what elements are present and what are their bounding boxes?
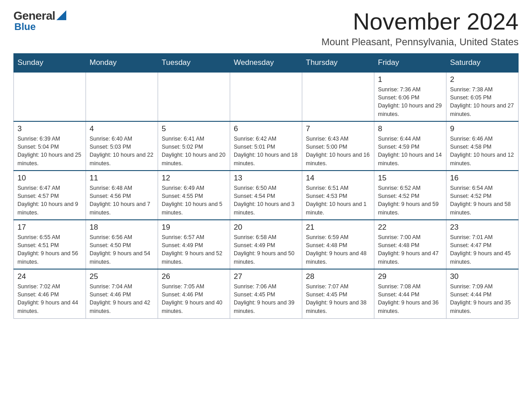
column-header-friday: Friday xyxy=(374,54,446,73)
calendar-cell: 2Sunrise: 7:38 AMSunset: 6:05 PMDaylight… xyxy=(446,72,519,121)
calendar-cell: 4Sunrise: 6:40 AMSunset: 5:03 PMDaylight… xyxy=(86,121,158,171)
calendar-cell: 23Sunrise: 7:01 AMSunset: 4:47 PMDayligh… xyxy=(446,220,519,269)
day-number: 13 xyxy=(234,174,298,183)
calendar-cell: 12Sunrise: 6:49 AMSunset: 4:55 PMDayligh… xyxy=(158,171,230,220)
calendar-week-row: 24Sunrise: 7:02 AMSunset: 4:46 PMDayligh… xyxy=(14,269,519,318)
day-number: 19 xyxy=(162,223,226,232)
calendar-cell: 14Sunrise: 6:51 AMSunset: 4:53 PMDayligh… xyxy=(302,171,374,220)
day-number: 6 xyxy=(234,124,298,133)
day-info: Sunrise: 7:09 AMSunset: 4:44 PMDaylight:… xyxy=(450,283,515,315)
day-info: Sunrise: 7:01 AMSunset: 4:47 PMDaylight:… xyxy=(450,233,515,266)
day-number: 28 xyxy=(306,272,370,281)
calendar-cell: 13Sunrise: 6:50 AMSunset: 4:54 PMDayligh… xyxy=(230,171,302,220)
column-header-wednesday: Wednesday xyxy=(230,54,302,73)
day-info: Sunrise: 6:42 AMSunset: 5:01 PMDaylight:… xyxy=(234,135,298,167)
calendar-cell: 27Sunrise: 7:06 AMSunset: 4:45 PMDayligh… xyxy=(230,269,302,318)
day-number: 11 xyxy=(90,174,154,183)
calendar-cell xyxy=(86,72,158,121)
day-number: 4 xyxy=(90,124,154,133)
day-info: Sunrise: 6:56 AMSunset: 4:50 PMDaylight:… xyxy=(90,233,154,266)
day-number: 30 xyxy=(450,272,515,281)
day-number: 16 xyxy=(450,174,515,183)
day-info: Sunrise: 6:47 AMSunset: 4:57 PMDaylight:… xyxy=(17,184,82,217)
calendar-cell xyxy=(230,72,302,121)
calendar-cell: 3Sunrise: 6:39 AMSunset: 5:04 PMDaylight… xyxy=(14,121,86,171)
column-header-sunday: Sunday xyxy=(14,54,86,73)
day-info: Sunrise: 7:05 AMSunset: 4:46 PMDaylight:… xyxy=(162,283,226,315)
day-number: 14 xyxy=(306,174,370,183)
day-info: Sunrise: 6:58 AMSunset: 4:49 PMDaylight:… xyxy=(234,233,298,266)
day-info: Sunrise: 6:43 AMSunset: 5:00 PMDaylight:… xyxy=(306,135,370,167)
day-number: 22 xyxy=(378,223,442,232)
column-header-thursday: Thursday xyxy=(302,54,374,73)
day-info: Sunrise: 7:08 AMSunset: 4:44 PMDaylight:… xyxy=(378,283,442,315)
day-info: Sunrise: 7:06 AMSunset: 4:45 PMDaylight:… xyxy=(234,283,298,315)
calendar-header-row: SundayMondayTuesdayWednesdayThursdayFrid… xyxy=(14,54,519,73)
logo: General Blue xyxy=(13,9,66,33)
column-header-tuesday: Tuesday xyxy=(158,54,230,73)
calendar-cell xyxy=(302,72,374,121)
day-number: 24 xyxy=(17,272,82,281)
calendar-cell: 16Sunrise: 6:54 AMSunset: 4:52 PMDayligh… xyxy=(446,171,519,220)
calendar-cell: 20Sunrise: 6:58 AMSunset: 4:49 PMDayligh… xyxy=(230,220,302,269)
column-header-monday: Monday xyxy=(86,54,158,73)
day-info: Sunrise: 6:57 AMSunset: 4:49 PMDaylight:… xyxy=(162,233,226,266)
calendar-table: SundayMondayTuesdayWednesdayThursdayFrid… xyxy=(13,53,519,319)
day-info: Sunrise: 6:41 AMSunset: 5:02 PMDaylight:… xyxy=(162,135,226,167)
calendar-cell: 25Sunrise: 7:04 AMSunset: 4:46 PMDayligh… xyxy=(86,269,158,318)
day-number: 10 xyxy=(17,174,82,183)
main-title: November 2024 xyxy=(322,9,519,34)
calendar-week-row: 10Sunrise: 6:47 AMSunset: 4:57 PMDayligh… xyxy=(14,171,519,220)
calendar-cell: 5Sunrise: 6:41 AMSunset: 5:02 PMDaylight… xyxy=(158,121,230,171)
day-info: Sunrise: 7:36 AMSunset: 6:06 PMDaylight:… xyxy=(378,86,442,118)
calendar-cell: 22Sunrise: 7:00 AMSunset: 4:48 PMDayligh… xyxy=(374,220,446,269)
column-header-saturday: Saturday xyxy=(446,54,519,73)
day-info: Sunrise: 6:50 AMSunset: 4:54 PMDaylight:… xyxy=(234,184,298,217)
day-info: Sunrise: 7:02 AMSunset: 4:46 PMDaylight:… xyxy=(17,283,82,315)
calendar-cell: 29Sunrise: 7:08 AMSunset: 4:44 PMDayligh… xyxy=(374,269,446,318)
calendar-cell: 11Sunrise: 6:48 AMSunset: 4:56 PMDayligh… xyxy=(86,171,158,220)
day-info: Sunrise: 7:00 AMSunset: 4:48 PMDaylight:… xyxy=(378,233,442,266)
calendar-cell: 28Sunrise: 7:07 AMSunset: 4:45 PMDayligh… xyxy=(302,269,374,318)
calendar-cell: 9Sunrise: 6:46 AMSunset: 4:58 PMDaylight… xyxy=(446,121,519,171)
day-info: Sunrise: 6:46 AMSunset: 4:58 PMDaylight:… xyxy=(450,135,515,167)
calendar-cell: 26Sunrise: 7:05 AMSunset: 4:46 PMDayligh… xyxy=(158,269,230,318)
calendar-cell: 15Sunrise: 6:52 AMSunset: 4:52 PMDayligh… xyxy=(374,171,446,220)
day-number: 21 xyxy=(306,223,370,232)
day-number: 1 xyxy=(378,75,442,84)
day-number: 9 xyxy=(450,124,515,133)
day-number: 29 xyxy=(378,272,442,281)
day-info: Sunrise: 6:54 AMSunset: 4:52 PMDaylight:… xyxy=(450,184,515,217)
calendar-cell: 21Sunrise: 6:59 AMSunset: 4:48 PMDayligh… xyxy=(302,220,374,269)
calendar-cell: 6Sunrise: 6:42 AMSunset: 5:01 PMDaylight… xyxy=(230,121,302,171)
calendar-cell xyxy=(14,72,86,121)
page-header: General Blue November 2024 Mount Pleasan… xyxy=(13,9,519,48)
day-number: 15 xyxy=(378,174,442,183)
day-info: Sunrise: 6:39 AMSunset: 5:04 PMDaylight:… xyxy=(17,135,82,167)
day-number: 20 xyxy=(234,223,298,232)
day-info: Sunrise: 7:38 AMSunset: 6:05 PMDaylight:… xyxy=(450,86,515,118)
calendar-cell: 10Sunrise: 6:47 AMSunset: 4:57 PMDayligh… xyxy=(14,171,86,220)
title-block: November 2024 Mount Pleasant, Pennsylvan… xyxy=(322,9,519,48)
day-info: Sunrise: 6:40 AMSunset: 5:03 PMDaylight:… xyxy=(90,135,154,167)
day-info: Sunrise: 6:59 AMSunset: 4:48 PMDaylight:… xyxy=(306,233,370,266)
day-number: 3 xyxy=(17,124,82,133)
calendar-week-row: 1Sunrise: 7:36 AMSunset: 6:06 PMDaylight… xyxy=(14,72,519,121)
calendar-cell: 19Sunrise: 6:57 AMSunset: 4:49 PMDayligh… xyxy=(158,220,230,269)
calendar-cell: 30Sunrise: 7:09 AMSunset: 4:44 PMDayligh… xyxy=(446,269,519,318)
day-number: 12 xyxy=(162,174,226,183)
calendar-cell xyxy=(158,72,230,121)
day-number: 23 xyxy=(450,223,515,232)
calendar-week-row: 17Sunrise: 6:55 AMSunset: 4:51 PMDayligh… xyxy=(14,220,519,269)
day-info: Sunrise: 6:44 AMSunset: 4:59 PMDaylight:… xyxy=(378,135,442,167)
logo-arrow-icon xyxy=(56,10,66,20)
day-info: Sunrise: 7:07 AMSunset: 4:45 PMDaylight:… xyxy=(306,283,370,315)
subtitle: Mount Pleasant, Pennsylvania, United Sta… xyxy=(322,36,519,48)
calendar-cell: 7Sunrise: 6:43 AMSunset: 5:00 PMDaylight… xyxy=(302,121,374,171)
calendar-cell: 17Sunrise: 6:55 AMSunset: 4:51 PMDayligh… xyxy=(14,220,86,269)
calendar-cell: 1Sunrise: 7:36 AMSunset: 6:06 PMDaylight… xyxy=(374,72,446,121)
day-number: 5 xyxy=(162,124,226,133)
day-number: 17 xyxy=(17,223,82,232)
calendar-cell: 24Sunrise: 7:02 AMSunset: 4:46 PMDayligh… xyxy=(14,269,86,318)
day-info: Sunrise: 6:51 AMSunset: 4:53 PMDaylight:… xyxy=(306,184,370,217)
